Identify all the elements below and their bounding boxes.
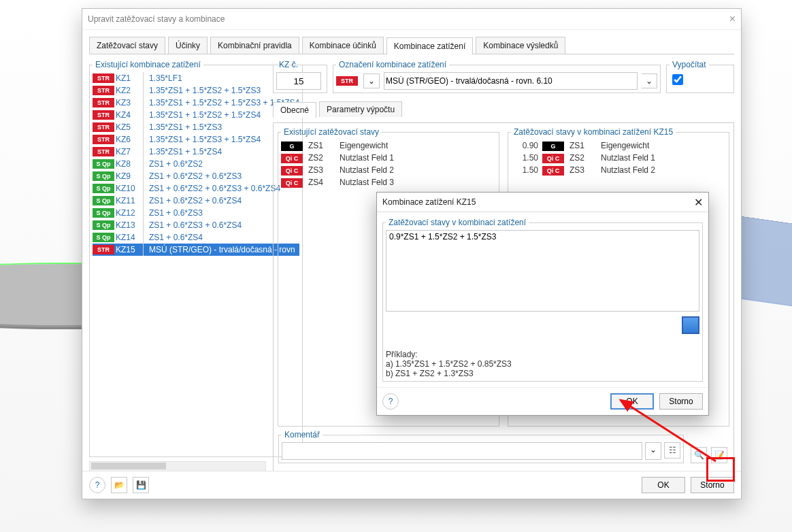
existing-loadstates-list[interactable]: GZS1EigengewichtQi CZS2Nutzlast Feld 1Qi… (281, 139, 496, 188)
tab-kombinace-zatížení[interactable]: Kombinace zatížení (386, 37, 473, 54)
combination-row[interactable]: S QpKZ14ZS1 + 0.6*ZS4 (93, 231, 299, 244)
combination-row[interactable]: S QpKZ8ZS1 + 0.6*ZS2 (93, 158, 299, 170)
chevron-down-icon[interactable]: ⌄ (642, 73, 657, 88)
combination-row[interactable]: STRKZ61.35*ZS1 + 1.5*ZS3 + 1.5*ZS4 (93, 133, 299, 146)
in-combination-row[interactable]: 1.50Qi CZS2Nutzlast Feld 1 (511, 152, 726, 164)
combination-desc: 1.35*ZS1 + 1.5*ZS3 + 1.5*ZS4 (145, 135, 261, 144)
comment-input[interactable] (282, 442, 642, 460)
combination-code: KZ2 (116, 86, 142, 95)
combination-code: KZ10 (116, 184, 142, 193)
tag-badge: STR (93, 73, 114, 83)
formula-textarea[interactable] (386, 230, 699, 312)
combination-row[interactable]: S QpKZ12ZS1 + 0.6*ZS3 (93, 207, 299, 219)
designation-label: Označení kombinace zatížení (336, 60, 449, 69)
kz-number-panel: KZ č. (273, 60, 327, 93)
combination-code: KZ12 (116, 208, 142, 218)
ok-button[interactable]: OK (642, 477, 685, 493)
existing-combinations-legend: Existující kombinace zatížení (93, 60, 203, 69)
combination-row[interactable]: STRKZ31.35*ZS1 + 1.5*ZS2 + 1.5*ZS3 + 1.5… (93, 97, 299, 109)
combination-row[interactable]: STRKZ41.35*ZS1 + 1.5*ZS2 + 1.5*ZS4 (93, 109, 299, 121)
combination-desc: ZS1 + 0.6*ZS3 + 0.6*ZS4 (145, 220, 242, 230)
comment-label: Komentář (282, 430, 323, 439)
tag-badge: STR (93, 122, 114, 132)
tab-zatěžovací-stavy[interactable]: Zatěžovací stavy (89, 37, 165, 54)
apply-formula-icon[interactable] (682, 316, 699, 334)
tab-kombinační-pravidla[interactable]: Kombinační pravidla (210, 37, 299, 54)
cancel-button[interactable]: Storno (659, 393, 703, 410)
tag-badge: S Qp (93, 196, 114, 205)
open-icon[interactable]: 📂 (111, 477, 127, 493)
subtab-obecné[interactable]: Obecné (273, 102, 316, 118)
combinations-list[interactable]: STRKZ11.35*LF1STRKZ21.35*ZS1 + 1.5*ZS2 +… (93, 72, 299, 256)
loadstate-code: ZS2 (308, 153, 335, 163)
combination-row[interactable]: S QpKZ9ZS1 + 0.6*ZS2 + 0.6*ZS3 (93, 170, 299, 182)
chevron-down-icon[interactable]: ⌄ (645, 442, 661, 460)
examples-block: Příklady: a) 1.35*ZS1 + 1.5*ZS2 + 0.85*Z… (386, 350, 699, 378)
tag-badge: STR (93, 147, 114, 156)
subtab-parametry-výpočtu[interactable]: Parametry výpočtu (319, 101, 402, 117)
combination-row[interactable]: STRKZ51.35*ZS1 + 1.5*ZS3 (93, 121, 299, 133)
combination-desc: ZS1 + 0.6*ZS2 (145, 159, 203, 169)
ok-button[interactable]: OK (610, 393, 654, 410)
tag-badge: S Qp (93, 171, 114, 181)
details-icon[interactable]: 🔍 (691, 447, 707, 463)
loadstate-row[interactable]: GZS1Eigengewicht (281, 139, 496, 152)
formula-field: Zatěžovací stavy v kombinaci zatížení Př… (382, 218, 703, 382)
loadstate-row[interactable]: Qi CZS2Nutzlast Feld 1 (281, 152, 496, 164)
in-combination-row[interactable]: 0.90GZS1Eigengewicht (511, 139, 726, 152)
chevron-down-icon[interactable]: ⌄ (363, 73, 380, 88)
tab-kombinace-výsledků[interactable]: Kombinace výsledků (476, 37, 565, 54)
highlight-rect (706, 457, 735, 482)
combination-desc: ZS1 + 0.6*ZS2 + 0.6*ZS3 (145, 171, 242, 181)
tag-badge: G (281, 142, 303, 151)
loadstate-desc: Eigengewicht (601, 141, 726, 150)
kz-number-input[interactable] (276, 72, 321, 90)
combination-row[interactable]: STRKZ15MSÚ (STR/GEO) - trvalá/dočasná - … (93, 244, 299, 256)
combination-row[interactable]: STRKZ11.35*LF1 (93, 72, 299, 84)
help-icon[interactable]: ? (382, 393, 399, 410)
loadstate-code: ZS4 (308, 178, 335, 187)
in-combination-label: Zatěžovací stavy v kombinaci zatížení KZ… (511, 127, 676, 137)
combination-code: KZ7 (116, 147, 142, 156)
loadstate-desc: Eigengewicht (340, 141, 496, 150)
loadstate-desc: Nutzlast Feld 3 (340, 178, 496, 187)
tag-badge: Qi C (281, 178, 303, 188)
loadstate-row[interactable]: Qi CZS4Nutzlast Feld 3 (281, 176, 496, 188)
designation-tag: STR (336, 76, 358, 86)
tag-badge: S Qp (93, 208, 114, 218)
combination-row[interactable]: STRKZ71.35*ZS1 + 1.5*ZS4 (93, 146, 299, 158)
close-icon[interactable]: × (729, 13, 736, 25)
comment-library-icon[interactable]: ☷ (664, 442, 680, 459)
combination-desc: ZS1 + 0.6*ZS2 + 0.6*ZS4 (145, 196, 242, 205)
combination-desc: 1.35*ZS1 + 1.5*ZS2 + 1.5*ZS3 (145, 86, 261, 95)
example-a: a) 1.35*ZS1 + 1.5*ZS2 + 0.85*ZS3 (386, 359, 699, 369)
combination-desc: 1.35*ZS1 + 1.5*ZS3 (145, 122, 222, 132)
tab-účinky[interactable]: Účinky (168, 37, 208, 54)
combination-row[interactable]: STRKZ21.35*ZS1 + 1.5*ZS2 + 1.5*ZS3 (93, 84, 299, 97)
formula-dialog-titlebar: Kombinace zatížení KZ15 ✕ (377, 193, 708, 212)
tag-badge: Qi C (542, 154, 564, 163)
in-combination-row[interactable]: 1.50Qi CZS3Nutzlast Feld 2 (511, 164, 726, 176)
examples-label: Příklady: (386, 350, 699, 359)
combination-code: KZ15 (116, 245, 142, 254)
loadstate-row[interactable]: Qi CZS3Nutzlast Feld 2 (281, 164, 496, 176)
combination-row[interactable]: S QpKZ13ZS1 + 0.6*ZS3 + 0.6*ZS4 (93, 219, 299, 231)
formula-dialog: Kombinace zatížení KZ15 ✕ Zatěžovací sta… (376, 192, 709, 416)
combination-desc: 1.35*ZS1 + 1.5*ZS4 (145, 147, 222, 156)
tag-badge: G (542, 142, 564, 151)
calculate-checkbox[interactable] (672, 74, 683, 85)
tab-kombinace-účinků[interactable]: Kombinace účinků (302, 37, 384, 54)
window-title: Upravit zatěžovací stavy a kombinace (88, 14, 225, 24)
loadstate-desc: Nutzlast Feld 1 (601, 153, 726, 163)
combination-row[interactable]: S QpKZ10ZS1 + 0.6*ZS2 + 0.6*ZS3 + 0.6*ZS… (93, 182, 299, 195)
close-icon[interactable]: ✕ (694, 196, 703, 209)
in-combination-list[interactable]: 0.90GZS1Eigengewicht1.50Qi CZS2Nutzlast … (511, 139, 726, 176)
combination-desc: ZS1 + 0.6*ZS2 + 0.6*ZS3 + 0.6*ZS4 (145, 184, 280, 193)
combination-code: KZ6 (116, 135, 142, 144)
help-icon[interactable]: ? (89, 477, 105, 493)
calculate-label: Vypočítat (670, 60, 709, 69)
designation-input[interactable] (384, 72, 638, 90)
combination-row[interactable]: S QpKZ11ZS1 + 0.6*ZS2 + 0.6*ZS4 (93, 195, 299, 207)
calculate-panel: Vypočítat (666, 60, 734, 93)
save-icon[interactable]: 💾 (133, 477, 149, 493)
